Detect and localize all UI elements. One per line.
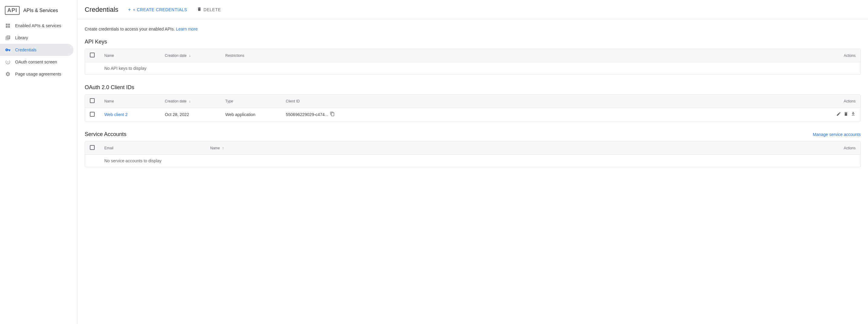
sa-checkbox-header xyxy=(85,141,99,155)
oauth-type-header: Type xyxy=(220,95,281,108)
content-area: Create credentials to access your enable… xyxy=(78,19,868,184)
sa-empty-row: No service accounts to display xyxy=(85,155,861,167)
sa-sort-icon xyxy=(222,146,224,150)
sidebar-item-credentials-label: Credentials xyxy=(15,47,37,52)
sidebar-item-enabled-apis-label: Enabled APIs & services xyxy=(15,23,61,28)
oauth-row: Web client 2 Oct 28, 2022 Web applicatio… xyxy=(85,108,861,122)
oauth-row-actions-cell xyxy=(830,108,861,122)
grid-icon xyxy=(5,23,11,29)
oauth-row-name-cell: Web client 2 xyxy=(99,108,160,122)
library-icon xyxy=(5,35,11,41)
api-keys-empty-row: No API keys to display xyxy=(85,62,861,75)
web-client-2-link[interactable]: Web client 2 xyxy=(104,112,128,117)
top-bar-actions: + + CREATE CREDENTIALS DELETE xyxy=(125,5,223,14)
api-keys-title: API Keys xyxy=(85,39,861,45)
create-credentials-button[interactable]: + + CREATE CREDENTIALS xyxy=(125,5,190,14)
select-all-api-keys-checkbox[interactable] xyxy=(90,53,95,58)
learn-more-link[interactable]: Learn more xyxy=(176,27,198,31)
sidebar-item-credentials[interactable]: Credentials xyxy=(0,44,73,56)
client-id-value: 550696229029-c474... xyxy=(286,112,328,117)
settings-icon xyxy=(5,71,11,77)
oauth-sort-icon xyxy=(189,99,190,103)
delete-oauth-icon[interactable] xyxy=(843,111,848,118)
app-title: APIs & Services xyxy=(23,8,58,13)
key-icon xyxy=(5,47,11,53)
sidebar-item-library-label: Library xyxy=(15,35,28,40)
top-bar: Credentials + + CREATE CREDENTIALS DELET… xyxy=(78,0,868,19)
oauth-row-type-cell: Web application xyxy=(220,108,281,122)
sidebar-item-oauth-consent[interactable]: OAuth consent screen xyxy=(0,56,73,68)
select-all-sa-checkbox[interactable] xyxy=(90,145,95,150)
manage-service-accounts-link[interactable]: Manage service accounts xyxy=(813,132,861,137)
api-keys-table: Name Creation date Restrictions Actions xyxy=(85,48,861,75)
create-credentials-label: + CREATE CREDENTIALS xyxy=(133,7,187,12)
oauth-table: Name Creation date Type Client ID xyxy=(85,94,861,122)
api-keys-actions-header: Actions xyxy=(830,49,861,62)
sidebar-item-enabled-apis[interactable]: Enabled APIs & services xyxy=(0,20,73,32)
oauth-actions-header: Actions xyxy=(830,95,861,108)
sidebar-item-oauth-label: OAuth consent screen xyxy=(15,60,57,64)
sidebar-item-page-usage[interactable]: Page usage agreements xyxy=(0,68,73,80)
sidebar: API APIs & Services Enabled APIs & servi… xyxy=(0,0,78,324)
copy-client-id-icon[interactable] xyxy=(330,111,335,118)
oauth-row-checkbox-cell xyxy=(85,108,99,122)
api-keys-restrictions-header: Restrictions xyxy=(220,49,830,62)
delete-label: DELETE xyxy=(204,7,221,12)
api-keys-creation-header[interactable]: Creation date xyxy=(160,49,220,62)
oauth-name-header: Name xyxy=(99,95,160,108)
oauth-checkbox-header xyxy=(85,95,99,108)
sidebar-item-library[interactable]: Library xyxy=(0,32,73,44)
api-keys-empty-text: No API keys to display xyxy=(99,62,861,75)
api-keys-checkbox-header xyxy=(85,49,99,62)
oauth-row-checkbox[interactable] xyxy=(90,112,95,117)
api-keys-sort-icon xyxy=(189,54,190,58)
sidebar-nav: Enabled APIs & services Library Credenti… xyxy=(0,20,77,80)
main-content: Credentials + + CREATE CREDENTIALS DELET… xyxy=(78,0,868,324)
app-logo: API xyxy=(5,6,20,15)
sa-actions-header: Actions xyxy=(830,141,861,155)
sidebar-header: API APIs & Services xyxy=(0,4,77,20)
select-all-oauth-checkbox[interactable] xyxy=(90,98,95,103)
sa-name-header[interactable]: Name xyxy=(205,141,830,155)
oauth-creation-header[interactable]: Creation date xyxy=(160,95,220,108)
api-keys-name-header: Name xyxy=(99,49,160,62)
service-accounts-title: Service Accounts xyxy=(85,131,126,137)
info-text: Create credentials to access your enable… xyxy=(85,27,861,31)
page-title: Credentials xyxy=(85,6,118,13)
oauth-row-clientid-cell: 550696229029-c474... xyxy=(281,108,830,122)
delete-button[interactable]: DELETE xyxy=(194,5,223,14)
oauth-icon xyxy=(5,59,11,65)
service-accounts-header: Service Accounts Manage service accounts xyxy=(85,131,861,137)
oauth-clientid-header: Client ID xyxy=(281,95,830,108)
download-oauth-icon[interactable] xyxy=(851,111,856,118)
service-accounts-table: Email Name Actions No servi xyxy=(85,141,861,167)
sa-empty-text: No service accounts to display xyxy=(99,155,861,167)
svg-point-1 xyxy=(7,62,8,63)
sa-email-header: Email xyxy=(99,141,205,155)
plus-icon: + xyxy=(128,7,131,12)
oauth-title: OAuth 2.0 Client IDs xyxy=(85,84,861,91)
oauth-row-creation-cell: Oct 28, 2022 xyxy=(160,108,220,122)
trash-icon xyxy=(197,7,202,12)
edit-oauth-icon[interactable] xyxy=(836,111,841,118)
sidebar-item-page-usage-label: Page usage agreements xyxy=(15,72,61,76)
